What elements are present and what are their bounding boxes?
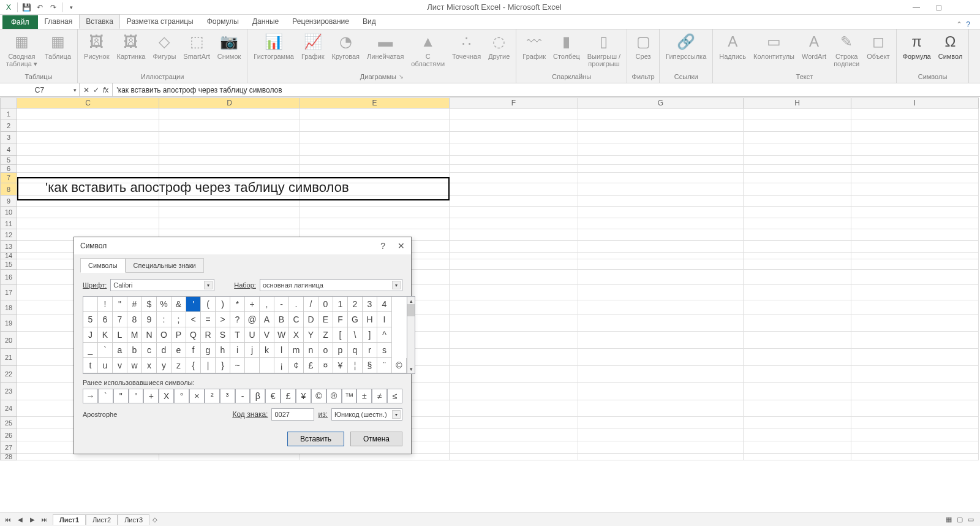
cell[interactable] <box>159 120 300 132</box>
cell[interactable] <box>17 109 159 120</box>
cell[interactable] <box>450 165 578 173</box>
symbol-cell[interactable]: n <box>304 343 318 358</box>
cell[interactable] <box>450 120 578 132</box>
cell[interactable] <box>578 332 744 349</box>
cell[interactable] <box>17 165 159 173</box>
cell[interactable] <box>450 270 578 285</box>
symbol-cell[interactable]: $ <box>142 297 157 312</box>
row-header-3[interactable]: 3 <box>0 132 17 143</box>
recent-symbol-cell[interactable]: - <box>235 389 251 403</box>
cell[interactable] <box>851 173 979 183</box>
symbol-cell[interactable]: q <box>348 343 363 358</box>
cell[interactable] <box>744 285 851 300</box>
sheet-nav-next-icon[interactable]: ▶ <box>27 514 38 525</box>
cell[interactable] <box>17 143 159 156</box>
ribbon-item[interactable]: πФормула <box>900 31 933 61</box>
cell[interactable] <box>744 383 851 400</box>
cell[interactable] <box>450 383 578 400</box>
row-header-8[interactable]: 8 <box>0 183 17 196</box>
symbol-cell[interactable]: J <box>83 327 98 343</box>
symbol-cell[interactable]: V <box>260 327 274 343</box>
symbol-scrollbar[interactable]: ▴ ▾ <box>407 296 415 374</box>
recent-symbol-cell[interactable]: ³ <box>220 389 235 403</box>
cell[interactable] <box>851 253 979 259</box>
redo-icon[interactable]: ↷ <box>47 1 59 13</box>
row-header-12[interactable]: 12 <box>0 229 17 241</box>
symbol-cell[interactable]: m <box>289 343 304 358</box>
cell[interactable] <box>578 229 744 241</box>
sheet-nav-first-icon[interactable]: ⏮ <box>2 514 13 525</box>
symbol-cell[interactable]: ¡ <box>274 358 289 373</box>
undo-icon[interactable]: ↶ <box>34 1 46 13</box>
cell[interactable] <box>744 218 851 229</box>
ribbon-item[interactable]: ▲С областями <box>409 31 447 69</box>
cell[interactable] <box>159 454 300 460</box>
ribbon-item[interactable]: ◌Другие <box>486 31 512 61</box>
recent-symbol-cell[interactable]: ¥ <box>296 389 311 403</box>
cell[interactable] <box>450 400 578 417</box>
cell[interactable] <box>578 241 744 253</box>
cell[interactable] <box>851 417 979 429</box>
cell[interactable] <box>744 229 851 241</box>
cell[interactable] <box>450 143 578 156</box>
symbol-cell[interactable]: s <box>377 343 392 358</box>
symbol-cell[interactable]: A <box>260 312 274 327</box>
recent-symbol-cell[interactable]: ≠ <box>372 389 387 403</box>
symbol-cell[interactable]: U <box>245 327 260 343</box>
symbol-cell[interactable]: v <box>113 358 127 373</box>
chevron-down-icon[interactable]: ▾ <box>392 281 401 289</box>
cell[interactable] <box>851 143 979 156</box>
cell[interactable] <box>851 183 979 196</box>
sheet-nav-last-icon[interactable]: ⏭ <box>39 514 50 525</box>
symbol-cell[interactable]: % <box>157 297 172 312</box>
symbol-cell[interactable]: u <box>98 358 113 373</box>
row-header-25[interactable]: 25 <box>0 417 17 429</box>
symbol-cell[interactable]: ' <box>186 297 201 312</box>
cell[interactable] <box>300 165 450 173</box>
symbol-cell[interactable]: ] <box>363 327 377 343</box>
symbol-cell[interactable]: j <box>245 343 260 358</box>
cell[interactable] <box>851 270 979 285</box>
dialog-tab-0[interactable]: Символы <box>80 258 126 273</box>
cell[interactable] <box>744 332 851 349</box>
symbol-cell[interactable]: ! <box>98 297 113 312</box>
ribbon-tab-3[interactable]: Формулы <box>200 14 246 29</box>
cell[interactable] <box>450 332 578 349</box>
cell[interactable] <box>450 454 578 460</box>
symbol-cell[interactable]: . <box>289 297 304 312</box>
ribbon-item[interactable]: AНадпись <box>717 31 748 61</box>
view-normal-icon[interactable]: ▦ <box>946 516 952 524</box>
scroll-up-icon[interactable]: ▴ <box>410 298 413 304</box>
cell[interactable] <box>744 120 851 132</box>
column-header-I[interactable]: I <box>851 97 979 109</box>
cell[interactable] <box>578 349 744 366</box>
cell[interactable] <box>450 156 578 165</box>
row-header-14[interactable]: 14 <box>0 253 17 259</box>
cell[interactable] <box>851 196 979 207</box>
symbol-cell[interactable]: ^ <box>377 327 392 343</box>
cell[interactable] <box>744 241 851 253</box>
cell[interactable] <box>578 109 744 120</box>
row-header-18[interactable]: 18 <box>0 300 17 315</box>
symbol-cell[interactable]: ( <box>201 297 216 312</box>
minimize-icon[interactable]: — <box>909 0 924 15</box>
set-select[interactable]: основная латиница▾ <box>260 279 402 291</box>
cell[interactable] <box>744 366 851 383</box>
ribbon-tab-1[interactable]: Вставка <box>79 14 120 29</box>
cell[interactable] <box>578 285 744 300</box>
row-header-27[interactable]: 27 <box>0 441 17 454</box>
cell[interactable] <box>851 366 979 383</box>
cell[interactable] <box>744 253 851 259</box>
help-icon[interactable]: ? <box>380 241 385 251</box>
ribbon-item[interactable]: 🖼Рисунок <box>81 31 112 61</box>
symbol-cell[interactable]: £ <box>304 358 318 373</box>
formula-input[interactable]: 'как вставить апостроф через таблицу сим… <box>113 83 980 96</box>
cell[interactable] <box>300 207 450 218</box>
minimize-ribbon-icon[interactable]: ⌃ <box>956 20 962 29</box>
cell[interactable] <box>450 196 578 207</box>
symbol-cell[interactable]: z <box>172 358 186 373</box>
symbol-cell[interactable]: ¥ <box>333 358 348 373</box>
ribbon-item[interactable]: ▮Столбец <box>551 31 582 61</box>
cancel-button[interactable]: Отмена <box>350 432 402 446</box>
view-layout-icon[interactable]: ▢ <box>957 516 963 524</box>
